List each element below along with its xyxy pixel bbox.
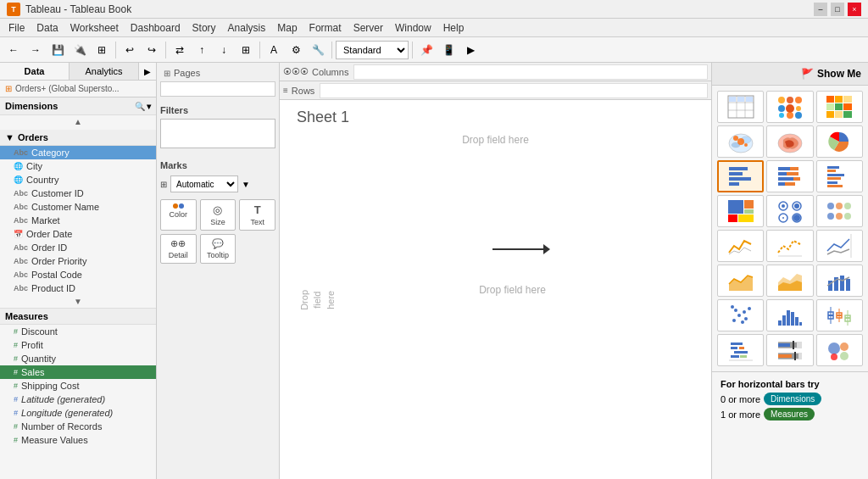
drop-field-top[interactable]: Drop field here — [462, 134, 529, 146]
marks-size-btn[interactable]: ◎ Size — [200, 199, 236, 231]
field-product-id[interactable]: Abc Product ID — [0, 281, 156, 295]
chart-dual-lines[interactable] — [816, 230, 863, 262]
field-country[interactable]: 🌐 Country — [0, 173, 156, 187]
field-order-priority[interactable]: Abc Order Priority — [0, 254, 156, 268]
sheet-title: Sheet 1 — [297, 109, 349, 126]
field-order-date[interactable]: 📅 Order Date — [0, 227, 156, 241]
menu-window[interactable]: Window — [390, 20, 437, 36]
toolbar-save[interactable]: 💾 — [47, 40, 68, 60]
toolbar-sort-asc[interactable]: ↑ — [192, 40, 212, 60]
toolbar-device[interactable]: 📱 — [438, 40, 459, 60]
drop-field-side[interactable]: Dropfieldhere — [298, 290, 337, 310]
toolbar-tooltip[interactable]: ⚙ — [286, 40, 306, 60]
field-latitude[interactable]: # Latitude (generated) — [0, 393, 156, 406]
chart-side-by-side-h[interactable] — [816, 160, 863, 192]
field-number-records[interactable]: # Number of Records — [0, 420, 156, 433]
chart-symbol-map[interactable] — [717, 125, 764, 158]
chart-box-whisker[interactable] — [816, 299, 863, 331]
toolbar-undo[interactable]: ↩ — [120, 40, 140, 60]
left-panel-arrow[interactable]: ▶ — [139, 63, 156, 80]
toolbar-label[interactable]: A — [264, 40, 284, 60]
menu-worksheet[interactable]: Worksheet — [65, 20, 124, 36]
field-profit[interactable]: # Profit — [0, 338, 156, 352]
toolbar-back[interactable]: ← — [3, 40, 24, 60]
marks-tooltip-btn[interactable]: 💬 Tooltip — [200, 234, 236, 264]
marks-color-btn[interactable]: Color — [160, 199, 197, 231]
collapse-icon[interactable]: ▼ — [5, 132, 14, 142]
chart-horizontal-bars[interactable] — [717, 160, 764, 192]
menu-dashboard[interactable]: Dashboard — [125, 20, 186, 36]
maximize-button[interactable]: □ — [831, 3, 844, 16]
chart-area-disc[interactable] — [766, 265, 813, 297]
menu-data[interactable]: Data — [31, 20, 63, 36]
tab-data[interactable]: Data — [0, 63, 70, 80]
menu-map[interactable]: Map — [272, 20, 302, 36]
field-customer-id[interactable]: Abc Customer ID — [0, 187, 156, 200]
field-customer-name[interactable]: Abc Customer Name — [0, 200, 156, 214]
chart-highlight-table[interactable] — [816, 91, 863, 123]
marks-tooltip-label: Tooltip — [207, 251, 229, 259]
field-measure-values[interactable]: # Measure Values — [0, 433, 156, 447]
field-market[interactable]: Abc Market — [0, 214, 156, 227]
scroll-up[interactable]: ▲ — [0, 115, 156, 128]
toolbar-new-datasource[interactable]: 🔌 — [70, 40, 90, 60]
field-sales[interactable]: # Sales — [0, 365, 156, 379]
menu-analysis[interactable]: Analysis — [223, 20, 271, 36]
field-quantity[interactable]: # Quantity — [0, 352, 156, 365]
field-longitude[interactable]: # Longitude (generated) — [0, 406, 156, 420]
chart-histogram[interactable] — [766, 299, 813, 331]
data-source: ⊞ Orders+ (Global Supersto... — [0, 81, 156, 97]
menu-server[interactable]: Server — [348, 20, 388, 36]
marks-dropdown-arrow[interactable]: ▼ — [242, 180, 250, 189]
field-postal-code[interactable]: Abc Postal Code — [0, 268, 156, 281]
chart-dual-combination[interactable] — [816, 265, 863, 297]
chart-text-table[interactable] — [717, 91, 764, 123]
chart-area-cont[interactable] — [717, 265, 764, 297]
columns-content[interactable] — [353, 64, 708, 80]
menu-story[interactable]: Story — [187, 20, 221, 36]
toolbar-fixed[interactable]: 📌 — [416, 40, 437, 60]
field-city[interactable]: 🌐 City — [0, 159, 156, 173]
toolbar-group[interactable]: ⊞ — [236, 40, 256, 60]
toolbar-present[interactable]: ▶ — [460, 40, 481, 60]
chart-continuous-line[interactable] — [717, 230, 764, 262]
tab-analytics[interactable]: Analytics — [70, 63, 139, 80]
menu-file[interactable]: File — [3, 20, 30, 36]
scroll-down[interactable]: ▼ — [0, 295, 156, 308]
marks-type-dropdown[interactable]: Automatic Bar Line Area Circle Shape Tex… — [170, 175, 238, 192]
chart-discrete-line[interactable] — [766, 230, 813, 262]
toolbar-connect[interactable]: ⊞ — [92, 40, 112, 60]
chart-pie[interactable] — [816, 125, 863, 158]
chart-scatter[interactable] — [717, 299, 764, 331]
minimize-button[interactable]: – — [814, 3, 827, 16]
drop-field-center[interactable]: Drop field here — [479, 284, 546, 296]
chart-side-by-side-circles[interactable] — [816, 195, 863, 227]
menu-format[interactable]: Format — [304, 20, 347, 36]
options-icon[interactable]: ▾ — [147, 102, 151, 111]
chart-bullet[interactable] — [766, 334, 813, 366]
chart-packed-bubbles[interactable] — [816, 334, 863, 366]
show-me-label[interactable]: Show Me — [817, 68, 861, 80]
chart-treemap[interactable] — [717, 195, 764, 227]
menu-help[interactable]: Help — [438, 20, 470, 36]
field-order-id[interactable]: Abc Order ID — [0, 241, 156, 254]
toolbar-redo[interactable]: ↪ — [142, 40, 162, 60]
search-icon[interactable]: 🔍 — [135, 102, 145, 111]
field-category[interactable]: Abc Category — [0, 146, 156, 159]
toolbar-sort-desc[interactable]: ↓ — [214, 40, 234, 60]
chart-stacked-bars-h[interactable] — [766, 160, 813, 192]
field-discount[interactable]: # Discount — [0, 325, 156, 338]
marks-text-btn[interactable]: T Text — [239, 199, 275, 231]
toolbar-forward[interactable]: → — [25, 40, 46, 60]
fit-dropdown[interactable]: Standard Fit Width Fit Height Entire Vie… — [336, 41, 409, 59]
marks-detail-btn[interactable]: ⊕⊕ Detail — [160, 234, 197, 264]
close-button[interactable]: × — [848, 3, 861, 16]
chart-gantt[interactable] — [717, 334, 764, 366]
chart-circle-views[interactable] — [766, 195, 813, 227]
toolbar-swap[interactable]: ⇄ — [170, 40, 190, 60]
chart-filled-map[interactable] — [766, 125, 813, 158]
toolbar-format[interactable]: 🔧 — [308, 40, 328, 60]
rows-content[interactable] — [320, 83, 708, 98]
chart-heat-map[interactable] — [766, 91, 813, 123]
field-shipping-cost[interactable]: # Shipping Cost — [0, 379, 156, 393]
